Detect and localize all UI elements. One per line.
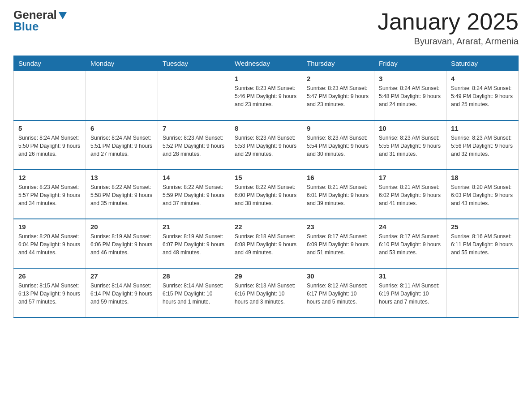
day-info: Sunrise: 8:16 AM Sunset: 6:11 PM Dayligh… [451,232,514,257]
day-info: Sunrise: 8:20 AM Sunset: 6:03 PM Dayligh… [451,183,514,207]
day-number: 8 [235,124,297,132]
logo-general-text: General [13,9,57,21]
col-header-sunday: Sunday [14,56,86,71]
day-number: 6 [90,124,153,132]
day-info: Sunrise: 8:24 AM Sunset: 5:49 PM Dayligh… [451,84,514,108]
calendar-week-row: 19Sunrise: 8:20 AM Sunset: 6:04 PM Dayli… [14,219,519,268]
day-number: 15 [235,174,297,181]
calendar-cell: 2Sunrise: 8:23 AM Sunset: 5:47 PM Daylig… [302,71,374,120]
day-info: Sunrise: 8:18 AM Sunset: 6:08 PM Dayligh… [235,232,297,257]
day-number: 24 [379,223,442,231]
calendar-cell: 23Sunrise: 8:17 AM Sunset: 6:09 PM Dayli… [302,219,374,268]
day-number: 1 [235,75,297,82]
day-number: 2 [307,75,369,82]
calendar-week-row: 5Sunrise: 8:24 AM Sunset: 5:50 PM Daylig… [14,120,519,170]
day-info: Sunrise: 8:23 AM Sunset: 5:46 PM Dayligh… [235,84,297,108]
day-info: Sunrise: 8:23 AM Sunset: 5:55 PM Dayligh… [379,134,442,158]
day-info: Sunrise: 8:24 AM Sunset: 5:51 PM Dayligh… [90,134,153,158]
logo-blue-text: Blue [13,21,68,32]
calendar-cell: 17Sunrise: 8:21 AM Sunset: 6:02 PM Dayli… [374,170,446,219]
calendar-cell: 20Sunrise: 8:19 AM Sunset: 6:06 PM Dayli… [86,219,158,268]
day-number: 21 [163,223,225,231]
day-number: 5 [18,124,81,132]
logo: General Blue [13,9,68,32]
title-block: January 2025 Byuravan, Ararat, Armenia [378,9,519,47]
calendar-cell: 30Sunrise: 8:12 AM Sunset: 6:17 PM Dayli… [302,268,374,317]
calendar-week-row: 26Sunrise: 8:15 AM Sunset: 6:13 PM Dayli… [14,268,519,317]
day-info: Sunrise: 8:15 AM Sunset: 6:13 PM Dayligh… [18,282,81,306]
day-info: Sunrise: 8:21 AM Sunset: 6:02 PM Dayligh… [379,183,442,207]
day-info: Sunrise: 8:23 AM Sunset: 5:47 PM Dayligh… [307,84,369,108]
day-info: Sunrise: 8:24 AM Sunset: 5:48 PM Dayligh… [379,84,442,108]
day-number: 4 [451,75,514,82]
day-number: 19 [18,223,81,231]
day-number: 30 [307,272,369,280]
calendar-cell [14,71,86,120]
day-number: 23 [307,223,369,231]
calendar-cell [158,71,230,120]
day-number: 25 [451,223,514,231]
day-number: 28 [163,272,225,280]
calendar-subtitle: Byuravan, Ararat, Armenia [378,36,519,47]
calendar-cell: 13Sunrise: 8:22 AM Sunset: 5:58 PM Dayli… [86,170,158,219]
calendar-cell: 26Sunrise: 8:15 AM Sunset: 6:13 PM Dayli… [14,268,86,317]
calendar-cell: 31Sunrise: 8:11 AM Sunset: 6:19 PM Dayli… [374,268,446,317]
day-number: 22 [235,223,297,231]
calendar-cell [86,71,158,120]
day-number: 31 [379,272,442,280]
day-info: Sunrise: 8:17 AM Sunset: 6:09 PM Dayligh… [307,232,369,257]
day-info: Sunrise: 8:23 AM Sunset: 5:57 PM Dayligh… [18,183,81,207]
col-header-tuesday: Tuesday [158,56,230,71]
logo-triangle-icon [58,10,68,20]
calendar-cell: 18Sunrise: 8:20 AM Sunset: 6:03 PM Dayli… [446,170,519,219]
day-info: Sunrise: 8:21 AM Sunset: 6:01 PM Dayligh… [307,183,369,207]
calendar-cell: 21Sunrise: 8:19 AM Sunset: 6:07 PM Dayli… [158,219,230,268]
day-number: 10 [379,124,442,132]
calendar-cell: 16Sunrise: 8:21 AM Sunset: 6:01 PM Dayli… [302,170,374,219]
calendar-cell: 3Sunrise: 8:24 AM Sunset: 5:48 PM Daylig… [374,71,446,120]
day-info: Sunrise: 8:14 AM Sunset: 6:15 PM Dayligh… [163,282,225,306]
day-info: Sunrise: 8:23 AM Sunset: 5:53 PM Dayligh… [235,134,297,158]
day-info: Sunrise: 8:19 AM Sunset: 6:07 PM Dayligh… [163,232,225,257]
calendar-cell [446,268,519,317]
calendar-cell: 22Sunrise: 8:18 AM Sunset: 6:08 PM Dayli… [230,219,302,268]
day-number: 18 [451,174,514,181]
calendar-cell: 5Sunrise: 8:24 AM Sunset: 5:50 PM Daylig… [14,120,86,170]
col-header-wednesday: Wednesday [230,56,302,71]
day-number: 27 [90,272,153,280]
day-number: 29 [235,272,297,280]
calendar-table: SundayMondayTuesdayWednesdayThursdayFrid… [13,56,519,318]
calendar-cell: 14Sunrise: 8:22 AM Sunset: 5:59 PM Dayli… [158,170,230,219]
calendar-week-row: 1Sunrise: 8:23 AM Sunset: 5:46 PM Daylig… [14,71,519,120]
day-info: Sunrise: 8:23 AM Sunset: 5:56 PM Dayligh… [451,134,514,158]
day-info: Sunrise: 8:19 AM Sunset: 6:06 PM Dayligh… [90,232,153,257]
day-number: 26 [18,272,81,280]
calendar-cell: 27Sunrise: 8:14 AM Sunset: 6:14 PM Dayli… [86,268,158,317]
day-number: 16 [307,174,369,181]
calendar-cell: 15Sunrise: 8:22 AM Sunset: 6:00 PM Dayli… [230,170,302,219]
calendar-cell: 6Sunrise: 8:24 AM Sunset: 5:51 PM Daylig… [86,120,158,170]
col-header-monday: Monday [86,56,158,71]
calendar-cell: 24Sunrise: 8:17 AM Sunset: 6:10 PM Dayli… [374,219,446,268]
calendar-cell: 28Sunrise: 8:14 AM Sunset: 6:15 PM Dayli… [158,268,230,317]
calendar-cell: 11Sunrise: 8:23 AM Sunset: 5:56 PM Dayli… [446,120,519,170]
col-header-friday: Friday [374,56,446,71]
col-header-saturday: Saturday [446,56,519,71]
day-number: 17 [379,174,442,181]
day-number: 7 [163,124,225,132]
day-number: 3 [379,75,442,82]
day-number: 20 [90,223,153,231]
day-info: Sunrise: 8:13 AM Sunset: 6:16 PM Dayligh… [235,282,297,306]
calendar-week-row: 12Sunrise: 8:23 AM Sunset: 5:57 PM Dayli… [14,170,519,219]
day-info: Sunrise: 8:12 AM Sunset: 6:17 PM Dayligh… [307,282,369,306]
day-info: Sunrise: 8:22 AM Sunset: 5:58 PM Dayligh… [90,183,153,207]
day-info: Sunrise: 8:24 AM Sunset: 5:50 PM Dayligh… [18,134,81,158]
calendar-cell: 19Sunrise: 8:20 AM Sunset: 6:04 PM Dayli… [14,219,86,268]
calendar-cell: 9Sunrise: 8:23 AM Sunset: 5:54 PM Daylig… [302,120,374,170]
svg-marker-0 [59,12,67,19]
day-number: 11 [451,124,514,132]
page-header: General Blue January 2025 Byuravan, Arar… [13,9,519,47]
calendar-cell: 7Sunrise: 8:23 AM Sunset: 5:52 PM Daylig… [158,120,230,170]
col-header-thursday: Thursday [302,56,374,71]
calendar-cell: 1Sunrise: 8:23 AM Sunset: 5:46 PM Daylig… [230,71,302,120]
